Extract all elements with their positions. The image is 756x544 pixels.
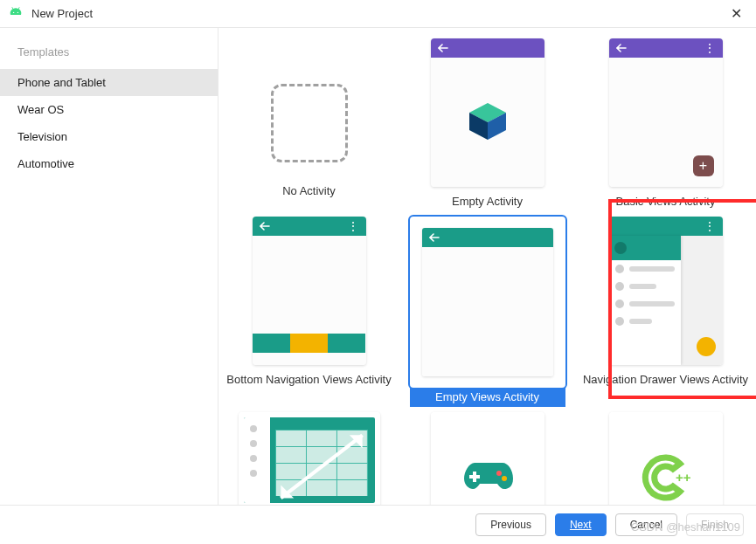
appbar-purple xyxy=(431,38,544,58)
template-empty-activity[interactable]: Empty Activity xyxy=(400,33,575,211)
main-area: Templates Phone and Tablet Wear OS Telev… xyxy=(0,28,756,505)
basic-views-preview: ⋮ + xyxy=(609,38,723,187)
sidebar: Templates Phone and Tablet Wear OS Telev… xyxy=(0,28,218,505)
fab-plus-icon: + xyxy=(693,155,714,176)
template-navigation-drawer-views-activity[interactable]: ⋮ Navigation Drawer Views Activity xyxy=(579,211,753,407)
template-game-activity[interactable] xyxy=(400,407,575,505)
more-icon xyxy=(534,42,538,55)
appbar-teal: ⋮ xyxy=(253,217,366,236)
back-arrow-icon xyxy=(429,231,440,244)
sidebar-header: Templates xyxy=(0,42,218,69)
bottom-nav-bar xyxy=(253,334,366,353)
back-arrow-icon xyxy=(438,42,448,55)
game-body xyxy=(431,412,544,505)
template-empty-views-activity[interactable]: Empty Views Activity xyxy=(400,211,575,407)
svg-text:++: ++ xyxy=(676,470,691,485)
next-button[interactable]: Next xyxy=(555,513,607,536)
cpp-icon: ++ xyxy=(641,452,691,503)
back-arrow-icon xyxy=(616,42,627,55)
bottom-nav-preview: ⋮ xyxy=(253,217,366,365)
template-grid: No Activity xyxy=(218,33,756,505)
nav-drawer-body xyxy=(609,236,723,365)
svg-rect-10 xyxy=(469,475,480,479)
green-grid-icon xyxy=(244,417,375,503)
more-icon: ⋮ xyxy=(704,44,716,52)
avatar-icon xyxy=(614,242,627,254)
svg-point-11 xyxy=(496,471,502,476)
responsive-body xyxy=(239,412,380,505)
template-label: Bottom Navigation Views Activity xyxy=(222,370,397,389)
footer-buttons: Previous Next Cancel Finish xyxy=(0,505,756,544)
nav-drawer-preview: ⋮ xyxy=(609,217,723,365)
template-basic-views-activity[interactable]: ⋮ + Basic Views Activity xyxy=(579,33,753,211)
empty-activity-preview xyxy=(431,38,544,187)
previous-button[interactable]: Previous xyxy=(475,513,546,536)
fab-icon xyxy=(697,337,716,356)
template-label-selected: Empty Views Activity xyxy=(410,388,565,407)
dashed-rectangle-icon xyxy=(271,84,348,162)
back-arrow-icon xyxy=(260,220,270,233)
appbar-teal: ⋮ xyxy=(609,217,723,236)
template-label: Empty Activity xyxy=(400,192,575,211)
android-icon xyxy=(9,5,23,22)
window-title: New Project xyxy=(31,7,725,20)
basic-body: + xyxy=(609,58,723,187)
cancel-button[interactable]: Cancel xyxy=(615,513,677,536)
sidebar-item-phone-tablet[interactable]: Phone and Tablet xyxy=(0,69,218,96)
close-icon[interactable]: ✕ xyxy=(725,5,747,22)
svg-point-12 xyxy=(502,476,507,481)
titlebar: New Project ✕ xyxy=(0,0,756,28)
sidebar-item-wear-os[interactable]: Wear OS xyxy=(0,96,218,123)
template-responsive-views-activity[interactable] xyxy=(222,407,397,505)
no-activity-preview xyxy=(253,33,366,182)
bottom-nav-body xyxy=(253,236,366,365)
compose-logo-icon xyxy=(468,101,508,141)
drawer-panel xyxy=(609,236,681,365)
back-arrow-icon xyxy=(616,220,620,233)
template-native-cpp[interactable]: ++ xyxy=(579,407,753,505)
svg-point-0 xyxy=(13,12,14,13)
cpp-body: ++ xyxy=(609,412,723,505)
template-no-activity[interactable]: No Activity xyxy=(222,33,397,211)
template-bottom-navigation-views-activity[interactable]: ⋮ Bottom Navigation Views Activity xyxy=(222,211,397,407)
template-label: No Activity xyxy=(222,182,397,201)
compose-body xyxy=(431,58,544,187)
gamepad-icon xyxy=(464,458,513,492)
template-content: No Activity xyxy=(218,28,756,505)
more-icon: ⋮ xyxy=(347,222,359,231)
more-icon xyxy=(543,231,546,244)
responsive-preview xyxy=(239,412,380,505)
template-label: Navigation Drawer Views Activity xyxy=(579,370,753,389)
more-icon: ⋮ xyxy=(704,222,716,231)
sidebar-item-television[interactable]: Television xyxy=(0,123,218,150)
drawer-header xyxy=(609,236,681,260)
appbar-purple: ⋮ xyxy=(609,38,723,58)
template-label: Basic Views Activity xyxy=(579,192,753,211)
cpp-preview: ++ xyxy=(609,412,723,505)
empty-views-body xyxy=(422,247,553,376)
game-preview xyxy=(431,412,544,505)
sidebar-item-automotive[interactable]: Automotive xyxy=(0,150,218,177)
empty-views-preview xyxy=(410,217,565,388)
appbar-teal xyxy=(422,228,553,247)
svg-point-1 xyxy=(17,12,18,13)
finish-button: Finish xyxy=(686,513,744,536)
